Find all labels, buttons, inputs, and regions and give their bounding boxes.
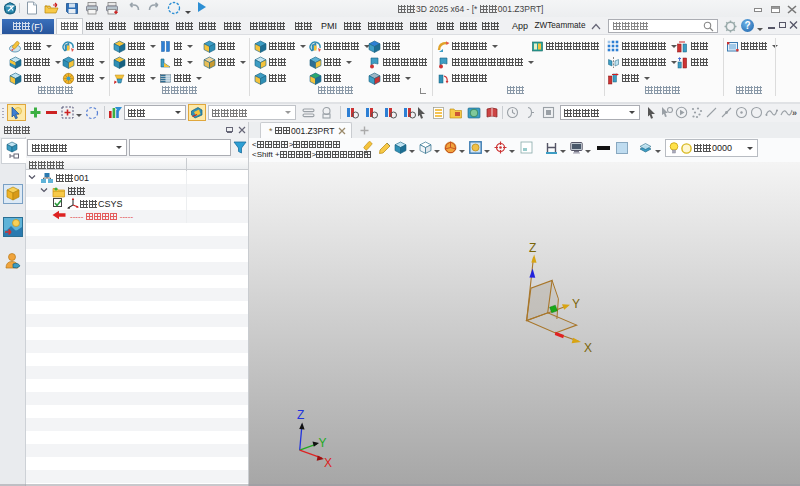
svg-text:Z: Z <box>297 408 304 422</box>
svg-text:Y: Y <box>572 297 580 311</box>
svg-text:Y: Y <box>319 436 327 450</box>
svg-text:X: X <box>324 456 332 470</box>
svg-text:X: X <box>584 341 592 355</box>
svg-text:Z: Z <box>529 241 536 255</box>
